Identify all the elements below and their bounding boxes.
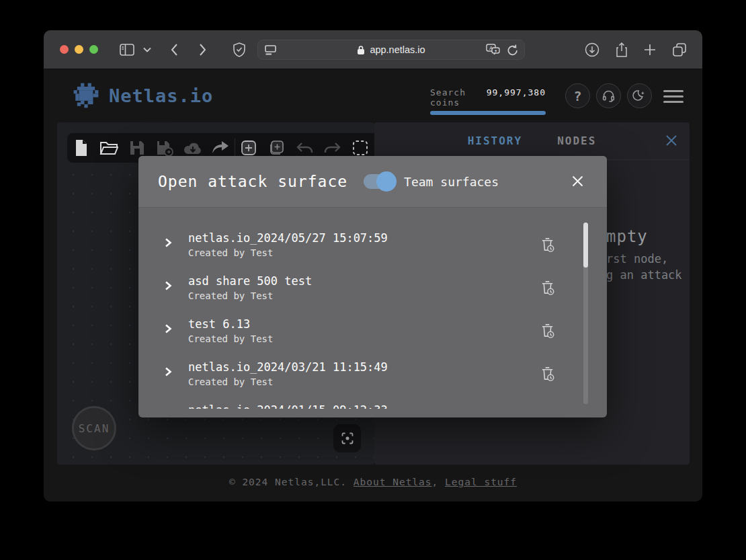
site-footer: © 2024 Netlas,LLC. About Netlas, Legal s… — [44, 477, 702, 487]
reload-icon[interactable] — [507, 44, 519, 59]
scan-button[interactable]: SCAN — [72, 406, 116, 450]
back-button[interactable] — [170, 30, 179, 69]
surface-title: netlas.io_2024/05/27 15:07:59 — [188, 231, 388, 245]
privacy-shield-icon[interactable] — [232, 30, 247, 69]
panel-close-button[interactable] — [664, 133, 679, 151]
about-netlas-link[interactable]: About Netlas — [354, 477, 432, 487]
headset-icon — [602, 89, 616, 103]
share-icon[interactable] — [615, 30, 628, 69]
empty-state-heading-fragment: mpty — [606, 227, 648, 246]
minimize-window-button[interactable] — [75, 45, 83, 54]
auto-delete-icon[interactable] — [540, 279, 555, 298]
surface-title: test 6.13 — [188, 317, 273, 331]
theme-toggle-button[interactable] — [627, 83, 652, 108]
surface-subtitle: Created by Test — [188, 374, 388, 389]
new-tab-icon[interactable] — [643, 30, 657, 69]
svg-text:✦: ✦ — [494, 48, 498, 53]
chevron-right-icon[interactable] — [164, 237, 179, 250]
open-attack-surface-dialog: Open attack surface Team surfaces — [138, 156, 607, 417]
chevron-right-icon[interactable] — [164, 323, 179, 336]
fit-view-button[interactable] — [333, 424, 361, 452]
support-button[interactable] — [596, 83, 621, 108]
surface-list: netlas.io_2024/05/27 15:07:59 Created by… — [138, 208, 607, 409]
auto-delete-icon[interactable] — [540, 365, 555, 385]
scan-label: SCAN — [79, 422, 110, 435]
tab-history[interactable]: HISTORY — [468, 134, 522, 147]
coins-label: Search coins — [430, 87, 487, 108]
dialog-title: Open attack surface — [158, 173, 347, 190]
close-window-button[interactable] — [60, 45, 69, 54]
address-bar[interactable]: app.netlas.io A ✦ — [257, 40, 525, 60]
netlas-logo-icon — [72, 81, 100, 110]
lock-icon — [357, 45, 365, 55]
toggle-label: Team surfaces — [404, 175, 499, 189]
coins-widget: Search coins 99,997,380 — [430, 87, 546, 115]
copyright-text: © 2024 Netlas,LLC. — [229, 477, 354, 487]
surface-title: asd share 500 test — [188, 274, 312, 288]
menu-button[interactable] — [663, 90, 683, 103]
team-surfaces-toggle[interactable] — [364, 174, 395, 189]
surface-title: netlas.io_2024/03/21 11:15:49 — [188, 360, 388, 374]
surface-title: netlas.io_2024/01/15 09:12:33 — [188, 403, 388, 409]
auto-delete-icon[interactable] — [540, 322, 555, 342]
forward-button[interactable] — [198, 30, 207, 69]
surface-subtitle: Created by Test — [188, 245, 388, 260]
open-folder-icon[interactable] — [95, 133, 122, 163]
empty-state-line-fragment: g an attack — [606, 268, 682, 282]
help-button[interactable]: ? — [565, 83, 590, 108]
surface-list-item[interactable]: asd share 500 test Created by Test — [164, 274, 607, 303]
chevron-right-icon[interactable] — [164, 280, 179, 293]
question-icon: ? — [573, 88, 581, 104]
url-text: app.netlas.io — [370, 44, 425, 55]
list-scrollbar[interactable] — [583, 223, 588, 404]
tab-overview-icon[interactable] — [671, 30, 688, 69]
auto-delete-icon[interactable] — [540, 236, 555, 255]
surface-list-item[interactable]: netlas.io_2024/05/27 15:07:59 Created by… — [164, 231, 607, 260]
chevron-right-icon[interactable] — [164, 366, 179, 379]
sidebar-toggle-icon[interactable] — [119, 30, 135, 69]
browser-toolbar: app.netlas.io A ✦ — [44, 30, 702, 69]
dialog-close-button[interactable] — [571, 175, 584, 190]
surface-list-item[interactable]: test 6.13 Created by Test — [164, 317, 607, 346]
empty-state-line-fragment: rst node, — [606, 252, 668, 266]
coins-progress-bar — [430, 111, 546, 115]
toggle-knob — [376, 171, 397, 192]
surface-subtitle: Created by Test — [188, 288, 312, 303]
downloads-icon[interactable] — [584, 30, 600, 69]
browser-window: app.netlas.io A ✦ — [44, 30, 702, 502]
coins-value: 99,997,380 — [487, 87, 546, 108]
panel-tab-bar: HISTORY NODES — [374, 122, 690, 160]
close-icon — [571, 175, 584, 188]
focus-icon — [341, 432, 354, 445]
surface-list-item-clipped[interactable]: netlas.io_2024/01/15 09:12:33 — [164, 403, 607, 409]
zoom-window-button[interactable] — [89, 45, 98, 54]
netlas-app-page: Netlas.io Search coins 99,997,380 ? — [44, 70, 702, 502]
surface-list-item[interactable]: netlas.io_2024/03/21 11:15:49 Created by… — [164, 360, 607, 389]
moon-icon — [632, 89, 647, 103]
footer-separator: , — [432, 477, 445, 487]
dialog-header: Open attack surface Team surfaces — [138, 156, 607, 208]
brand[interactable]: Netlas.io — [72, 81, 213, 110]
tab-nodes[interactable]: NODES — [557, 134, 596, 147]
traffic-lights — [60, 45, 98, 54]
close-icon — [664, 133, 679, 148]
brand-name: Netlas.io — [109, 85, 213, 106]
surface-subtitle: Created by Test — [188, 331, 273, 346]
legal-stuff-link[interactable]: Legal stuff — [445, 477, 517, 487]
scrollbar-thumb[interactable] — [583, 223, 588, 268]
new-file-icon[interactable] — [67, 133, 95, 163]
chevron-down-icon[interactable] — [143, 30, 151, 69]
translate-icon[interactable]: A ✦ — [485, 43, 501, 59]
